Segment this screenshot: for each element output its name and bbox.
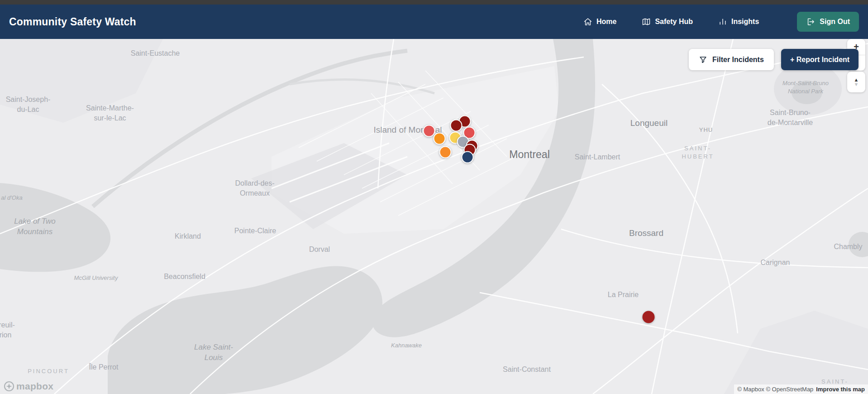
main-nav: Home Safety Hub Insights Sign Out bbox=[583, 12, 859, 32]
map-label: Brossard bbox=[629, 227, 663, 239]
map-label: Chambly bbox=[834, 242, 862, 252]
incident-marker[interactable] bbox=[434, 133, 446, 145]
app-header: Community Safety Watch Home Safety Hub I… bbox=[0, 5, 868, 39]
map-label: La Prairie bbox=[608, 290, 639, 300]
map-label: Lake of Two Mountains bbox=[14, 216, 55, 237]
mapbox-logo-icon bbox=[4, 381, 14, 392]
map-label: YHU bbox=[699, 126, 713, 134]
map-label: al d'Oka bbox=[1, 194, 22, 202]
incident-marker[interactable] bbox=[450, 120, 463, 132]
map-label: Saint-Bruno- de-Montarville bbox=[768, 108, 813, 127]
map-icon bbox=[642, 17, 651, 26]
home-icon bbox=[583, 17, 592, 26]
attribution-text: © Mapbox © OpenStreetMap bbox=[737, 386, 813, 393]
nav-safety-hub-label: Safety Hub bbox=[655, 18, 693, 26]
map-label: rion bbox=[0, 330, 11, 340]
map-label: Longueuil bbox=[630, 117, 668, 129]
incident-marker[interactable] bbox=[462, 151, 474, 163]
nav-safety-hub[interactable]: Safety Hub bbox=[642, 17, 693, 26]
sign-out-icon bbox=[806, 17, 815, 26]
map-label: Carignan bbox=[761, 258, 790, 268]
incident-marker[interactable] bbox=[423, 125, 435, 137]
filter-label: Filter Incidents bbox=[712, 56, 764, 64]
map-label: Kahnawake bbox=[391, 341, 422, 350]
nav-insights[interactable]: Insights bbox=[718, 17, 759, 26]
map-label: Saint-Lambert bbox=[575, 152, 620, 162]
map-label: Montreal bbox=[509, 148, 549, 162]
compass-down-icon: ▼ bbox=[854, 82, 859, 86]
incident-marker[interactable] bbox=[439, 146, 452, 159]
map-canvas[interactable]: Saint-EustacheSaint-Joseph- du-LacSainte… bbox=[0, 0, 868, 394]
incident-marker[interactable] bbox=[643, 311, 655, 323]
map-label: Dorval bbox=[309, 245, 330, 255]
map-label: McGill University bbox=[74, 274, 118, 282]
mapbox-wordmark: mapbox bbox=[16, 381, 53, 392]
map-label: Kirkland bbox=[175, 231, 201, 241]
map-label: Saint-Constant bbox=[503, 365, 551, 375]
map-label: Dollard-des- Ormeaux bbox=[235, 178, 274, 198]
map-label: Sainte-Marthe- sur-le-Lac bbox=[86, 103, 134, 123]
window-top-strip bbox=[0, 0, 868, 5]
map-label: Saint-Eustache bbox=[131, 48, 180, 58]
bar-chart-icon bbox=[718, 17, 727, 26]
map-label: reuil- bbox=[0, 320, 15, 330]
map-label: Pointe-Claire bbox=[234, 226, 276, 236]
mapbox-logo[interactable]: mapbox bbox=[4, 381, 53, 392]
report-incident-button[interactable]: + Report Incident bbox=[781, 49, 858, 70]
app-title: Community Safety Watch bbox=[9, 16, 136, 28]
nav-home-label: Home bbox=[596, 18, 616, 26]
map-label: PINCOURT bbox=[28, 367, 69, 375]
nav-insights-label: Insights bbox=[731, 18, 759, 26]
map-label: Lake Saint- Louis bbox=[194, 342, 233, 363]
map-compass-control[interactable]: ▲ ▼ bbox=[847, 72, 865, 92]
sign-out-button[interactable]: Sign Out bbox=[797, 12, 859, 32]
nav-home[interactable]: Home bbox=[583, 17, 616, 26]
map-attribution: © Mapbox © OpenStreetMap Improve this ma… bbox=[734, 384, 868, 394]
filter-funnel-icon bbox=[699, 55, 707, 64]
map-label: Mont-Saint-Bruno National Park bbox=[782, 79, 829, 95]
sign-out-label: Sign Out bbox=[820, 18, 850, 26]
map-label: Saint-Joseph- du-Lac bbox=[6, 95, 51, 114]
improve-map-link[interactable]: Improve this map bbox=[816, 386, 865, 393]
report-label: + Report Incident bbox=[790, 56, 849, 63]
map-label: SAINT- HUBERT bbox=[682, 144, 714, 160]
map-label: Île Perrot bbox=[89, 362, 119, 372]
filter-incidents-button[interactable]: Filter Incidents bbox=[689, 49, 774, 70]
map-label: Beaconsfield bbox=[164, 272, 205, 282]
app: Community Safety Watch Home Safety Hub I… bbox=[0, 0, 868, 394]
